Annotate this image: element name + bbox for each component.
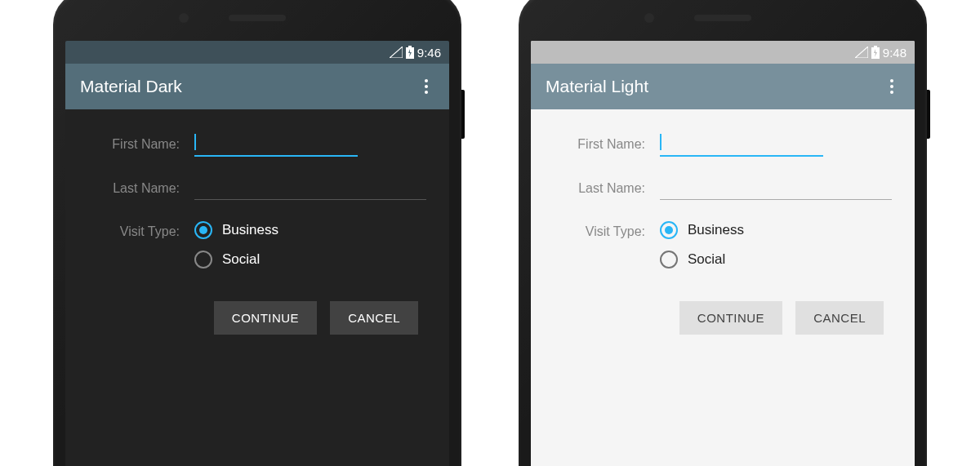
app-title: Material Light bbox=[546, 77, 648, 96]
phone-power-button bbox=[927, 90, 930, 139]
radio-selected-icon bbox=[194, 221, 212, 239]
cancel-button[interactable]: CANCEL bbox=[795, 301, 884, 335]
overflow-menu-icon[interactable] bbox=[884, 73, 900, 100]
button-row: CONTINUE CANCEL bbox=[88, 301, 426, 335]
button-row: CONTINUE CANCEL bbox=[554, 301, 892, 335]
phone-camera bbox=[179, 13, 189, 23]
visit-type-radio-group: Business Social bbox=[660, 221, 892, 269]
radio-social[interactable]: Social bbox=[194, 251, 426, 269]
continue-button[interactable]: CONTINUE bbox=[679, 301, 782, 335]
phone-speaker bbox=[694, 15, 751, 21]
first-name-label: First Name: bbox=[88, 134, 194, 152]
last-name-label: Last Name: bbox=[554, 178, 660, 196]
screen-light: 9:48 Material Light First Name: bbox=[531, 41, 915, 466]
phone-dark: 9:46 Material Dark First Name: bbox=[53, 0, 461, 466]
visit-type-row: Visit Type: Business Social bbox=[554, 221, 892, 269]
continue-button[interactable]: CONTINUE bbox=[214, 301, 317, 335]
radio-business-label: Business bbox=[222, 222, 278, 238]
app-bar: Material Dark bbox=[65, 64, 449, 109]
phone-body: 9:48 Material Light First Name: bbox=[519, 0, 927, 466]
visit-type-radio-group: Business Social bbox=[194, 221, 426, 269]
battery-charging-icon bbox=[406, 46, 414, 59]
radio-business[interactable]: Business bbox=[194, 221, 426, 239]
radio-social-label: Social bbox=[688, 251, 725, 268]
form-content: First Name: Last Name: Visit Type: bbox=[65, 109, 449, 351]
radio-selected-icon bbox=[660, 221, 678, 239]
radio-unselected-icon bbox=[194, 251, 212, 269]
battery-charging-icon bbox=[871, 46, 880, 59]
radio-unselected-icon bbox=[660, 251, 678, 269]
radio-social-label: Social bbox=[222, 251, 260, 268]
phone-power-button bbox=[461, 90, 465, 139]
screen-dark: 9:46 Material Dark First Name: bbox=[65, 41, 449, 466]
status-time: 9:48 bbox=[883, 46, 906, 60]
app-bar: Material Light bbox=[531, 64, 915, 109]
status-bar: 9:48 bbox=[531, 41, 915, 64]
text-cursor bbox=[194, 134, 196, 150]
text-cursor bbox=[660, 134, 662, 150]
svg-rect-1 bbox=[408, 46, 412, 47]
radio-social[interactable]: Social bbox=[660, 251, 892, 269]
last-name-row: Last Name: bbox=[88, 178, 426, 200]
last-name-field[interactable] bbox=[660, 178, 892, 200]
first-name-field[interactable] bbox=[660, 134, 823, 157]
visit-type-label: Visit Type: bbox=[88, 221, 194, 239]
status-bar: 9:46 bbox=[65, 41, 449, 64]
overflow-menu-icon[interactable] bbox=[418, 73, 434, 100]
phone-speaker bbox=[229, 15, 286, 21]
radio-business-label: Business bbox=[688, 222, 744, 238]
status-time: 9:46 bbox=[417, 46, 441, 60]
app-title: Material Dark bbox=[80, 77, 182, 96]
visit-type-label: Visit Type: bbox=[554, 221, 660, 239]
cancel-button[interactable]: CANCEL bbox=[330, 301, 418, 335]
signal-icon bbox=[390, 47, 403, 58]
radio-business[interactable]: Business bbox=[660, 221, 892, 239]
form-content: First Name: Last Name: Visit Type: bbox=[531, 109, 915, 351]
first-name-field[interactable] bbox=[194, 134, 358, 157]
signal-icon bbox=[855, 47, 868, 58]
last-name-field[interactable] bbox=[194, 178, 426, 200]
phone-light: 9:48 Material Light First Name: bbox=[519, 0, 927, 466]
svg-rect-3 bbox=[874, 46, 877, 47]
visit-type-row: Visit Type: Business Social bbox=[88, 221, 426, 269]
phone-body: 9:46 Material Dark First Name: bbox=[53, 0, 461, 466]
first-name-input-wrap bbox=[194, 134, 426, 157]
last-name-row: Last Name: bbox=[554, 178, 892, 200]
first-name-input-wrap bbox=[660, 134, 892, 157]
first-name-label: First Name: bbox=[554, 134, 660, 152]
phone-camera bbox=[644, 13, 654, 23]
first-name-row: First Name: bbox=[554, 134, 892, 157]
last-name-label: Last Name: bbox=[88, 178, 194, 196]
first-name-row: First Name: bbox=[88, 134, 426, 157]
